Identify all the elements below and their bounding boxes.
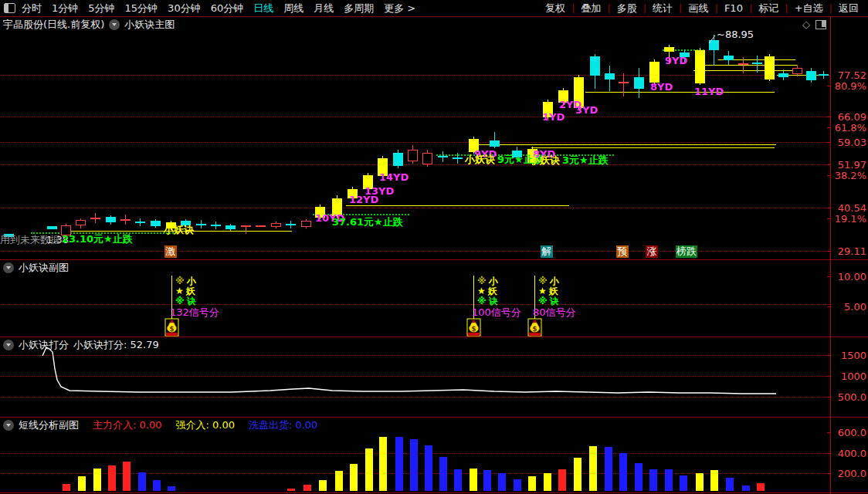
period-item-30分钟[interactable]: 30分钟 [168, 2, 201, 15]
axis-label: 38.2% [833, 170, 866, 181]
signal-symbol: ★ [477, 286, 486, 296]
toolbar-button-叠加[interactable]: 叠加 [575, 2, 607, 15]
toolbar-button-复权[interactable]: 复权 [539, 2, 571, 15]
period-item-周线[interactable]: 周线 [283, 2, 303, 15]
chevron-down-icon[interactable] [3, 340, 14, 350]
candle [490, 140, 500, 147]
signal-char: 小 [550, 276, 559, 286]
candle [590, 56, 600, 76]
candle [664, 47, 674, 52]
signal-text-row: ★妖 [477, 286, 497, 296]
panel3-gridline [0, 376, 830, 377]
volume-bar [78, 476, 86, 491]
price-axis-line [830, 17, 831, 494]
volume-bar [498, 473, 506, 491]
event-tag-榜跌[interactable]: 榜跌 [676, 245, 697, 258]
panel-divider [0, 417, 868, 418]
toolbar-button-标记[interactable]: 标记 [752, 2, 785, 15]
signal-text-row: ※小 [477, 276, 498, 286]
axis-label: 500.0 [833, 391, 866, 403]
svg-text:$: $ [471, 325, 476, 333]
toolbar-button-返回[interactable]: 返回 [832, 2, 865, 15]
period-menu: 分时1分钟5分钟15分钟30分钟60分钟日线周线月线多周期更多 > [22, 0, 415, 16]
candle [408, 150, 418, 161]
candle [453, 157, 463, 159]
chevron-down-icon[interactable] [3, 420, 14, 431]
candle [47, 226, 57, 229]
panel3-gridline [0, 355, 830, 356]
candle [792, 68, 802, 74]
price-gridline [0, 142, 830, 143]
event-tag-解[interactable]: 解 [541, 245, 553, 258]
chart-annotation: 37.61元★止跌 [332, 217, 403, 227]
panel4-header: 短线分析副图 主力介入: 0.00强介入: 0.00洗盘出货: 0.00 [3, 419, 317, 431]
period-item-日线[interactable]: 日线 [253, 2, 273, 15]
candle [90, 218, 100, 219]
signal-char: 诀 [550, 296, 559, 306]
panel3-title[interactable]: 小妖诀打分 [19, 338, 69, 352]
chevron-down-icon[interactable] [3, 262, 14, 273]
panel4-title[interactable]: 短线分析副图 [19, 418, 79, 432]
signal-score: 100信号分 [472, 307, 521, 317]
period-item-分时[interactable]: 分时 [22, 2, 42, 15]
volume-bar [544, 473, 551, 491]
chart-annotation: 1YD [542, 112, 565, 122]
signal-text-row: ★妖 [538, 286, 558, 296]
toolbar-button-多股[interactable]: 多股 [611, 2, 643, 15]
volume-bar [410, 439, 418, 491]
volume-bar [757, 483, 765, 491]
svg-text:$: $ [532, 325, 537, 333]
signal-char: 诀 [489, 296, 498, 306]
volume-bar [589, 446, 597, 491]
candle [151, 221, 161, 226]
panel-divider [0, 259, 868, 260]
signal-symbol: ※ [175, 276, 185, 286]
volume-bar [319, 480, 327, 491]
toolbar-button-F10[interactable]: F10 [718, 2, 749, 14]
volume-bar [710, 470, 718, 491]
candle-wick [623, 73, 624, 96]
window-icon[interactable] [4, 3, 15, 13]
axis-label: 59.03 [833, 137, 866, 148]
event-tag-涨[interactable]: 涨 [646, 245, 658, 258]
top-toolbar: 分时1分钟5分钟15分钟30分钟60分钟日线周线月线多周期更多 > 复权|叠加|… [0, 0, 868, 17]
period-item-多周期[interactable]: 多周期 [344, 2, 374, 15]
event-tag-激[interactable]: 激 [164, 245, 177, 258]
candle [649, 62, 659, 83]
panel2-title[interactable]: 小妖诀副图 [19, 261, 69, 275]
panel4-legend-item: 洗盘出货: 0.00 [249, 418, 317, 432]
period-item-更多 >[interactable]: 更多 > [384, 2, 415, 15]
toolbar-right-buttons: 复权|叠加|多股|统计|画线|F10|标记|+自选|返回 [539, 0, 865, 16]
candle [634, 77, 644, 89]
chart-annotation: 小妖诀 [530, 155, 560, 165]
bottom-border [0, 492, 868, 493]
candle [724, 56, 734, 60]
chart-annotation: 11YD [694, 86, 724, 96]
period-item-月线[interactable]: 月线 [314, 2, 334, 15]
signal-char: 妖 [186, 286, 195, 296]
volume-bar [439, 457, 447, 491]
period-item-1分钟[interactable]: 1分钟 [52, 2, 78, 15]
money-bag-icon: $ [527, 318, 542, 337]
axis-label: 51.97 [833, 159, 866, 171]
price-gridline [0, 251, 830, 252]
panel2-header: 小妖诀副图 [3, 262, 69, 274]
toolbar-button-统计[interactable]: 统计 [646, 2, 679, 15]
volume-bar [528, 476, 536, 491]
signal-score: 132信号分 [170, 307, 219, 317]
signal-text-row: ※诀 [175, 296, 196, 306]
chart-annotation: 3YD [575, 105, 598, 115]
period-item-15分钟[interactable]: 15分钟 [125, 2, 158, 15]
candle [695, 50, 705, 83]
svg-text:$: $ [169, 325, 174, 333]
candle [765, 56, 775, 80]
toolbar-button-+自选[interactable]: +自选 [788, 2, 829, 15]
axis-label: 600.0 [833, 427, 866, 438]
signal-char: 妖 [488, 286, 497, 296]
event-tag-预[interactable]: 预 [616, 245, 629, 258]
period-item-60分钟[interactable]: 60分钟 [211, 2, 244, 15]
volume-bar [138, 472, 146, 491]
period-item-5分钟[interactable]: 5分钟 [88, 2, 114, 15]
toolbar-button-画线[interactable]: 画线 [683, 2, 715, 15]
candle [271, 223, 281, 227]
